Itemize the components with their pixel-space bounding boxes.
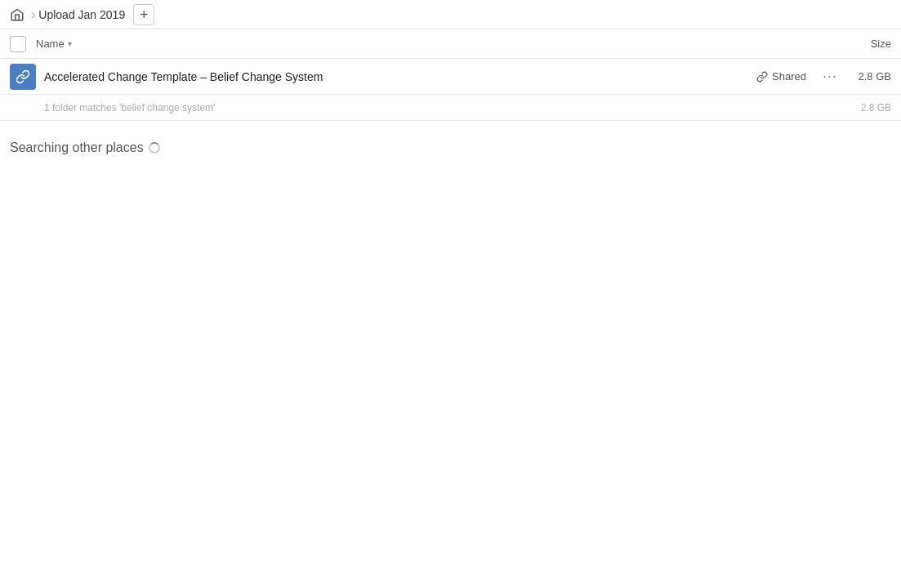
breadcrumb-bar: › Upload Jan 2019 + [0,0,901,29]
breadcrumb-separator: › [31,7,35,22]
name-column-header[interactable]: Name ▾ [36,38,72,50]
size-column-header: Size [871,38,891,50]
match-info-size: 2.8 GB [850,102,891,114]
select-all-checkbox[interactable] [10,36,26,52]
file-icon [10,64,36,90]
more-options-button[interactable]: ··· [823,68,837,85]
breadcrumb-title: Upload Jan 2019 [38,8,125,21]
home-button[interactable] [10,7,25,22]
file-row[interactable]: Accelerated Change Template – Belief Cha… [0,59,901,95]
chevron-down-icon: ▾ [68,39,72,48]
match-info-text: 1 folder matches 'belief change system' [44,102,850,114]
column-header-row: Name ▾ Size [0,29,901,59]
file-size: 2.8 GB [850,70,891,82]
match-info-row: 1 folder matches 'belief change system' … [0,95,901,121]
file-name: Accelerated Change Template – Belief Cha… [44,70,756,83]
add-button[interactable]: + [133,4,154,25]
searching-section: Searching other places [0,121,901,155]
loading-spinner [149,142,160,154]
link-icon [756,71,768,82]
shared-label: Shared [756,70,806,82]
searching-label: Searching other places [10,140,891,155]
